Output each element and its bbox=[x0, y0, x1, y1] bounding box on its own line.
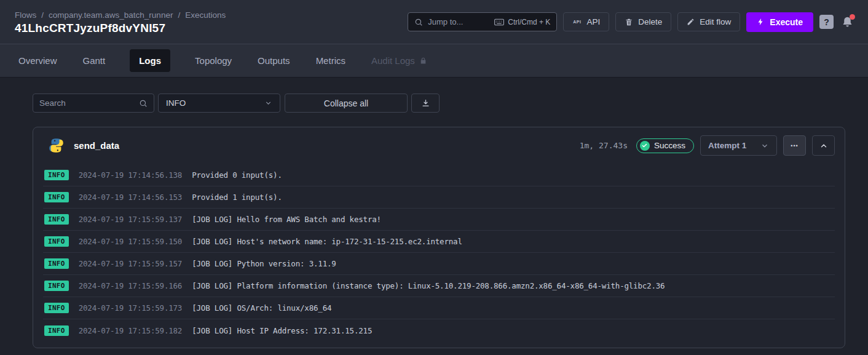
download-logs-button[interactable] bbox=[411, 94, 440, 113]
log-timestamp: 2024-07-19 17:15:59.150 bbox=[79, 237, 183, 246]
log-message: [JOB LOG] Python version: 3.11.9 bbox=[192, 259, 336, 268]
pencil-icon bbox=[687, 18, 695, 26]
status-label: Success bbox=[654, 141, 685, 150]
tab[interactable]: Metrics bbox=[315, 49, 347, 72]
jump-to-label: Jump to... bbox=[428, 17, 463, 26]
task-duration: 1m, 27.43s bbox=[580, 141, 628, 150]
tab-label: Topology bbox=[195, 55, 232, 66]
execution-tabs: Overview Gantt Logs Topology Out bbox=[0, 44, 868, 78]
download-icon bbox=[421, 98, 430, 108]
log-rows[interactable]: INFO 2024-07-19 17:14:56.138 Provided 0 … bbox=[43, 164, 835, 348]
log-timestamp: 2024-07-19 17:14:56.153 bbox=[79, 193, 183, 202]
tab-label: Logs bbox=[139, 55, 161, 66]
logs-panel: INFO Collapse all send_data 1m, 2 bbox=[0, 78, 868, 348]
search-input[interactable] bbox=[39, 98, 139, 108]
log-row: INFO 2024-07-19 17:14:56.138 Provided 0 … bbox=[43, 164, 835, 186]
log-level-badge: INFO bbox=[44, 214, 69, 225]
edit-flow-button[interactable]: Edit flow bbox=[677, 12, 740, 31]
search-icon bbox=[139, 99, 148, 108]
log-timestamp: 2024-07-19 17:15:59.137 bbox=[79, 215, 183, 224]
shortcut-hint: Ctrl/Cmd + K bbox=[494, 18, 550, 26]
page-title: 41LhcCRTJyzuPf8dvYNI57 bbox=[15, 22, 226, 35]
log-message: [JOB LOG] Host's network name: ip-172-31… bbox=[192, 237, 462, 246]
breadcrumb-separator: / bbox=[178, 10, 180, 20]
header-actions: Jump to... Ctrl/Cmd + K API API Delete E… bbox=[408, 12, 854, 32]
log-row: INFO 2024-07-19 17:14:56.153 Provided 1 … bbox=[43, 186, 835, 209]
delete-button[interactable]: Delete bbox=[615, 12, 671, 31]
tab[interactable]: Outputs bbox=[256, 49, 291, 72]
log-message: [JOB LOG] OS/Arch: linux/x86_64 bbox=[192, 303, 331, 313]
task-collapse-button[interactable] bbox=[812, 135, 835, 156]
header-left: Flows / company.team.aws_batch_runner / … bbox=[15, 9, 226, 35]
log-message: Provided 1 input(s). bbox=[192, 193, 282, 202]
task-log-card: send_data 1m, 27.43s Success Attempt 1 bbox=[33, 127, 845, 348]
log-level-badge: INFO bbox=[44, 258, 69, 269]
log-timestamp: 2024-07-19 17:15:59.157 bbox=[79, 259, 183, 268]
log-level-badge: INFO bbox=[44, 325, 69, 336]
api-button-label: API bbox=[586, 17, 600, 26]
log-level-badge: INFO bbox=[44, 170, 69, 180]
tab-label: Overview bbox=[18, 55, 57, 66]
api-icon: API bbox=[572, 19, 582, 25]
breadcrumb-flows[interactable]: Flows bbox=[15, 10, 36, 20]
keyboard-icon bbox=[494, 18, 504, 26]
tab[interactable]: Gantt bbox=[82, 49, 107, 72]
chevron-up-icon bbox=[819, 142, 828, 150]
trash-icon bbox=[625, 18, 633, 26]
log-row: INFO 2024-07-19 17:15:59.150 [JOB LOG] H… bbox=[43, 231, 835, 253]
collapse-all-label: Collapse all bbox=[324, 98, 368, 108]
log-timestamp: 2024-07-19 17:14:56.138 bbox=[79, 170, 183, 180]
tab-label: Gantt bbox=[83, 55, 106, 66]
jump-to-search[interactable]: Jump to... Ctrl/Cmd + K bbox=[408, 12, 557, 31]
notification-dot bbox=[850, 14, 855, 20]
python-icon bbox=[48, 137, 65, 154]
breadcrumb: Flows / company.team.aws_batch_runner / … bbox=[15, 10, 226, 20]
tab-label: Audit Logs bbox=[371, 55, 415, 66]
app-header: Flows / company.team.aws_batch_runner / … bbox=[0, 0, 868, 44]
lightning-icon bbox=[757, 17, 765, 26]
tab-label: Outputs bbox=[258, 55, 290, 66]
task-header: send_data 1m, 27.43s Success Attempt 1 bbox=[33, 127, 845, 163]
task-more-button[interactable]: ••• bbox=[783, 135, 806, 156]
log-message: [JOB LOG] Platform information (instance… bbox=[192, 281, 665, 290]
log-timestamp: 2024-07-19 17:15:59.173 bbox=[79, 303, 183, 313]
breadcrumb-executions[interactable]: Executions bbox=[185, 10, 226, 20]
breadcrumb-separator: / bbox=[41, 10, 44, 20]
tab-label: Metrics bbox=[316, 55, 345, 66]
help-icon[interactable]: ? bbox=[819, 15, 834, 29]
api-button[interactable]: API API bbox=[563, 12, 609, 31]
lock-icon bbox=[419, 57, 427, 65]
log-row: INFO 2024-07-19 17:15:59.166 [JOB LOG] P… bbox=[43, 275, 835, 297]
task-name: send_data bbox=[74, 140, 119, 151]
breadcrumb-namespace[interactable]: company.team.aws_batch_runner bbox=[49, 10, 173, 20]
execute-button-label: Execute bbox=[770, 17, 803, 27]
log-row: INFO 2024-07-19 17:15:59.182 [JOB LOG] H… bbox=[43, 319, 835, 341]
log-timestamp: 2024-07-19 17:15:59.166 bbox=[79, 281, 183, 290]
log-row: INFO 2024-07-19 17:15:59.173 [JOB LOG] O… bbox=[43, 297, 835, 319]
tab[interactable]: Audit Logs bbox=[370, 49, 428, 72]
log-filters: INFO Collapse all bbox=[33, 94, 845, 113]
log-timestamp: 2024-07-19 17:15:59.182 bbox=[79, 326, 183, 335]
log-row: INFO 2024-07-19 17:15:59.157 [JOB LOG] P… bbox=[43, 253, 835, 275]
tab[interactable]: Topology bbox=[194, 49, 233, 72]
attempt-value: Attempt 1 bbox=[708, 141, 746, 150]
log-level-select[interactable]: INFO bbox=[158, 94, 280, 113]
log-level-badge: INFO bbox=[44, 281, 69, 291]
status-badge: Success bbox=[636, 138, 694, 153]
log-level-value: INFO bbox=[166, 98, 186, 108]
log-level-badge: INFO bbox=[44, 192, 69, 202]
collapse-all-button[interactable]: Collapse all bbox=[285, 94, 408, 113]
edit-flow-button-label: Edit flow bbox=[700, 17, 731, 26]
log-level-badge: INFO bbox=[44, 236, 69, 247]
tab[interactable]: Overview bbox=[17, 49, 58, 72]
chevron-down-icon bbox=[264, 99, 272, 107]
notifications-bell[interactable] bbox=[841, 15, 854, 30]
log-message: Provided 0 input(s). bbox=[192, 170, 282, 180]
tab[interactable]: Logs bbox=[130, 49, 170, 72]
shortcut-text: Ctrl/Cmd + K bbox=[508, 18, 550, 26]
search-icon bbox=[414, 18, 423, 26]
attempt-select[interactable]: Attempt 1 bbox=[700, 135, 777, 156]
execute-button[interactable]: Execute bbox=[746, 12, 813, 32]
check-circle-icon bbox=[640, 141, 650, 151]
delete-button-label: Delete bbox=[638, 17, 662, 26]
